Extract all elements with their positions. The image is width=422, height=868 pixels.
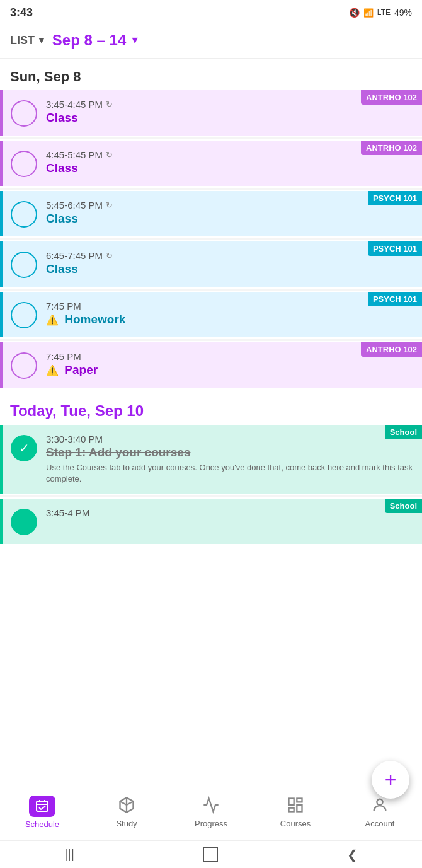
event-circle bbox=[11, 302, 37, 328]
svg-rect-5 bbox=[297, 799, 302, 802]
event-item[interactable]: ✓ 3:30-3:40 PM Step 1: Add your courses … bbox=[0, 425, 422, 494]
main-content: Sun, Sep 8 3:45-4:45 PM ↻ Class ANTRHO 1… bbox=[0, 59, 422, 634]
android-nav: ||| ❮ bbox=[0, 840, 422, 868]
event-item[interactable]: 4:45-5:45 PM ↻ Class ANTRHO 102 bbox=[0, 141, 422, 186]
event-item[interactable]: 3:45-4:45 PM ↻ Class ANTRHO 102 bbox=[0, 90, 422, 136]
event-circle bbox=[11, 509, 37, 535]
svg-rect-7 bbox=[289, 808, 294, 812]
warning-icon: ⚠️ bbox=[46, 315, 59, 325]
event-time: 3:30-3:40 PM bbox=[46, 434, 414, 444]
bottom-nav: Schedule Study Progress bbox=[0, 784, 422, 840]
header: LIST ▼ Sep 8 – 14 ▼ bbox=[0, 25, 422, 59]
svg-rect-6 bbox=[297, 805, 302, 812]
repeat-icon: ↻ bbox=[106, 251, 113, 260]
event-title: Class bbox=[46, 111, 414, 125]
today-header: Today, Tue, Sep 10 bbox=[0, 390, 422, 425]
progress-icon bbox=[202, 796, 220, 816]
nav-label-progress: Progress bbox=[195, 819, 227, 828]
nav-label-account: Account bbox=[365, 819, 395, 828]
event-title: Step 1: Add your courses bbox=[46, 446, 414, 460]
event-item[interactable]: 3:45-4 PM School bbox=[0, 499, 422, 544]
event-content: 6:45-7:45 PM ↻ Class bbox=[46, 250, 414, 276]
event-time: 6:45-7:45 PM ↻ bbox=[46, 250, 414, 261]
event-time: 7:45 PM bbox=[46, 301, 414, 311]
svg-point-8 bbox=[377, 799, 382, 805]
nav-item-courses[interactable]: Courses bbox=[253, 784, 338, 840]
list-arrow-icon: ▼ bbox=[37, 35, 46, 45]
event-content: 3:45-4:45 PM ↻ Class bbox=[46, 99, 414, 125]
nav-item-study[interactable]: Study bbox=[84, 784, 169, 840]
event-badge: School bbox=[385, 499, 422, 513]
event-badge: PSYCH 101 bbox=[368, 292, 422, 306]
event-badge: ANTRHO 102 bbox=[361, 90, 422, 105]
event-content: 3:30-3:40 PM Step 1: Add your courses Us… bbox=[46, 434, 414, 485]
event-badge: School bbox=[385, 425, 422, 439]
android-back-button[interactable]: ❮ bbox=[347, 847, 358, 862]
nav-label-study: Study bbox=[116, 819, 137, 828]
event-badge: ANTRHO 102 bbox=[361, 141, 422, 155]
nav-item-progress[interactable]: Progress bbox=[169, 784, 253, 840]
event-circle: ✓ bbox=[11, 435, 37, 461]
event-circle bbox=[11, 100, 37, 127]
event-time: 7:45 PM bbox=[46, 351, 414, 362]
event-badge: PSYCH 101 bbox=[368, 191, 422, 205]
wifi-icon: 📶 bbox=[363, 8, 374, 18]
event-title: ⚠️ Paper bbox=[46, 363, 414, 377]
event-description: Use the Courses tab to add your courses.… bbox=[46, 462, 414, 485]
status-bar: 3:43 🔇 📶 LTE 49% bbox=[0, 0, 422, 25]
fab-icon: + bbox=[385, 768, 397, 792]
fab-button[interactable]: + bbox=[372, 761, 409, 799]
battery-icon: 49% bbox=[394, 8, 412, 18]
nav-label-schedule: Schedule bbox=[25, 819, 59, 829]
day-header-sun: Sun, Sep 8 bbox=[0, 59, 422, 90]
event-time: 5:45-6:45 PM ↻ bbox=[46, 200, 414, 211]
event-content: 7:45 PM ⚠️ Homework bbox=[46, 301, 414, 327]
event-time: 4:45-5:45 PM ↻ bbox=[46, 149, 414, 160]
account-icon bbox=[371, 796, 389, 816]
android-menu-button[interactable]: ||| bbox=[64, 847, 74, 862]
event-item[interactable]: 7:45 PM ⚠️ Homework PSYCH 101 bbox=[0, 292, 422, 337]
list-toggle[interactable]: LIST ▼ bbox=[10, 34, 46, 47]
event-item[interactable]: 6:45-7:45 PM ↻ Class PSYCH 101 bbox=[0, 241, 422, 287]
event-circle bbox=[11, 201, 37, 228]
courses-icon bbox=[287, 796, 304, 816]
event-time: 3:45-4 PM bbox=[46, 507, 414, 518]
schedule-icon bbox=[29, 796, 55, 817]
event-item[interactable]: 7:45 PM ⚠️ Paper ANTRHO 102 bbox=[0, 342, 422, 388]
nav-label-courses: Courses bbox=[280, 819, 311, 828]
event-content: 4:45-5:45 PM ↻ Class bbox=[46, 149, 414, 175]
event-circle bbox=[11, 151, 37, 177]
event-title: Class bbox=[46, 212, 414, 226]
svg-rect-0 bbox=[37, 801, 48, 811]
date-range[interactable]: Sep 8 – 14 ▼ bbox=[52, 32, 140, 49]
status-time: 3:43 bbox=[10, 6, 33, 20]
event-item[interactable]: 5:45-6:45 PM ↻ Class PSYCH 101 bbox=[0, 191, 422, 236]
event-content: 5:45-6:45 PM ↻ Class bbox=[46, 200, 414, 226]
svg-rect-4 bbox=[289, 799, 294, 806]
nav-item-schedule[interactable]: Schedule bbox=[0, 784, 84, 840]
event-title: Class bbox=[46, 161, 414, 175]
event-circle bbox=[11, 252, 37, 278]
android-home-button[interactable] bbox=[203, 847, 218, 862]
event-content: 3:45-4 PM bbox=[46, 507, 414, 518]
repeat-icon: ↻ bbox=[106, 150, 113, 159]
signal-icon: LTE bbox=[377, 8, 391, 17]
event-circle bbox=[11, 352, 37, 379]
list-label: LIST bbox=[10, 34, 35, 47]
event-title: Class bbox=[46, 262, 414, 276]
warning-icon: ⚠️ bbox=[46, 365, 59, 376]
event-badge: ANTRHO 102 bbox=[361, 342, 422, 357]
date-range-text: Sep 8 – 14 bbox=[52, 32, 126, 49]
event-badge: PSYCH 101 bbox=[368, 241, 422, 256]
event-time: 3:45-4:45 PM ↻ bbox=[46, 99, 414, 110]
repeat-icon: ↻ bbox=[106, 200, 113, 210]
study-icon bbox=[118, 796, 135, 816]
event-title: ⚠️ Homework bbox=[46, 313, 414, 327]
mute-icon: 🔇 bbox=[349, 8, 360, 18]
date-arrow-icon: ▼ bbox=[130, 35, 140, 46]
status-icons: 🔇 📶 LTE 49% bbox=[349, 8, 412, 18]
event-content: 7:45 PM ⚠️ Paper bbox=[46, 351, 414, 377]
repeat-icon: ↻ bbox=[106, 100, 113, 109]
